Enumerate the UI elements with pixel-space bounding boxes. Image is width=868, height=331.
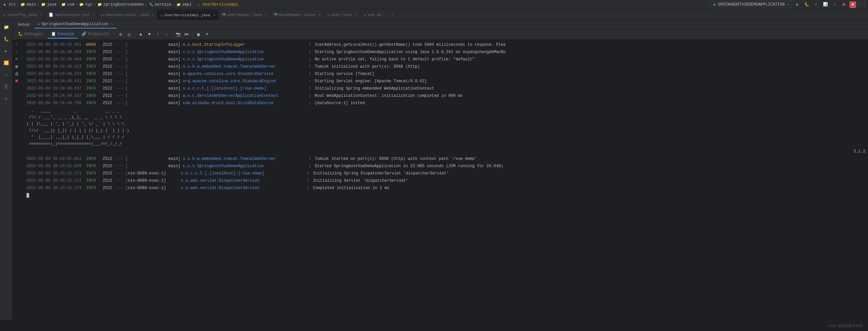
file-tabs-bar: ☕ IsConfig.java ✕ 📄 application.yml ✕ ☕ …: [0, 9, 868, 20]
tab-application-yml[interactable]: 📄 application.yml ✕: [45, 10, 98, 20]
step-down-1[interactable]: ↓: [13, 48, 20, 54]
close-basemapper[interactable]: ✕: [318, 12, 320, 17]
step-circle-1[interactable]: ◉: [13, 63, 20, 70]
logger-2[interactable]: c.o.s.SpringbootVueDemoApplication: [183, 49, 309, 55]
btn-settings[interactable]: ⚙: [117, 30, 125, 38]
sidebar-settings-icon[interactable]: ⚙: [2, 94, 11, 104]
breadcrumb-java[interactable]: 📁 java: [41, 2, 57, 7]
tab-usermapper[interactable]: 🗺 UserMapper.java ✕: [219, 10, 270, 20]
tab-console[interactable]: 📋 Console: [48, 30, 78, 38]
grid-button[interactable]: ⋮⋮: [858, 1, 865, 8]
logger-5[interactable]: o.apache.catalina.core.StandardService: [183, 71, 309, 77]
close-user[interactable]: ✕: [355, 12, 357, 17]
sidebar-debug-icon[interactable]: 🐛: [2, 34, 11, 44]
close-serviceimpl[interactable]: ✕: [213, 13, 215, 17]
basemapper-icon: 🗺: [274, 12, 277, 17]
logger-7[interactable]: o.a.c.c.C.[.[localhost].[/vue-demo]: [183, 85, 309, 92]
folder-icon-java: 📁: [41, 2, 46, 7]
run-config-arrow: ▾: [786, 2, 789, 7]
coverage-button[interactable]: ⚡: [812, 1, 819, 8]
console-output[interactable]: ↑ ↓ ≡ ◉ 🖨 ■ 2022-05-04 20:24:43.481 WARN…: [12, 40, 868, 320]
close-vuede[interactable]: ✕: [391, 12, 393, 17]
debug-label: Debug:: [15, 21, 34, 28]
breadcrumb-impl[interactable]: 📁 impl: [176, 2, 192, 7]
msg-11: Started SpringbootVueDemoApplication in …: [312, 163, 503, 169]
btn-scroll-up[interactable]: ▲: [137, 30, 145, 38]
tab-vuede[interactable]: ☕ vue_de... ✕: [361, 10, 397, 20]
profile-button[interactable]: 📊: [822, 1, 829, 8]
step-up-1[interactable]: ↑: [13, 40, 20, 47]
logger-9[interactable]: com.alibaba.druid.pool.DruidDataSource: [183, 100, 309, 107]
sidebar-database-icon[interactable]: 🗄: [2, 82, 11, 91]
run-button[interactable]: ▶: [794, 1, 801, 8]
msg-4: Tomcat initialized with port(s): 8888 (h…: [312, 63, 420, 70]
close-mapper[interactable]: ✕: [265, 12, 267, 17]
tab-endpoints[interactable]: 🔗 Endpoints: [78, 30, 113, 38]
btn-screenshot[interactable]: 📷: [174, 30, 182, 38]
sidebar-project-icon[interactable]: 📁: [2, 23, 11, 32]
btn-layout[interactable]: ◫: [125, 30, 133, 38]
breadcrumb-oyc[interactable]: 📁 oyc: [79, 2, 92, 7]
tab-debugger-label: Debugger: [25, 32, 44, 36]
sidebar-terminal-icon[interactable]: ⌨: [2, 70, 11, 80]
sidebar-run-icon[interactable]: ▶: [2, 47, 11, 56]
breadcrumb-service[interactable]: 🔧 service: [149, 2, 171, 7]
btn-scroll-down2[interactable]: ↓: [163, 30, 170, 38]
btn-step[interactable]: ⏭: [183, 30, 191, 38]
tab-debugger[interactable]: 🐛 Debugger: [14, 30, 47, 38]
debug-panel: Debug: ● SpringbootVueDemoApplication ✕ …: [12, 20, 868, 320]
cursor: [27, 193, 29, 198]
tab-user[interactable]: ☕ User.java ✕: [324, 10, 361, 20]
btn-scroll-down[interactable]: ▼: [146, 30, 153, 38]
settings-button[interactable]: ⚙: [831, 1, 838, 8]
ts-7: 2022-05-04 20:24:49.537: [27, 85, 86, 92]
close-controller[interactable]: ✕: [152, 12, 154, 17]
logger-11[interactable]: c.o.s.SpringbootVueDemoApplication: [183, 163, 309, 169]
thread-2: main]: [128, 49, 183, 55]
sep-4: --- [: [116, 63, 128, 70]
step-equal-1[interactable]: ≡: [13, 56, 20, 62]
main-area: 📁 🐛 ▶ 🔀 ⌨ 🗄 ⚙ Debug: ● SpringbootVueDemo…: [0, 20, 868, 320]
tab-basemapper[interactable]: 🗺 BaseMapper.class ✕: [270, 10, 324, 20]
close-yml[interactable]: ✕: [92, 12, 94, 17]
stop-app-button[interactable]: ■: [849, 1, 856, 8]
logger-8[interactable]: w.s.c.ServletWebServerApplicationContext: [183, 92, 309, 99]
colon-4: :: [309, 63, 311, 70]
btn-console2[interactable]: ▦: [194, 30, 203, 38]
debug-button[interactable]: 🐛: [803, 1, 810, 8]
colon-5: :: [309, 71, 311, 77]
step-printer[interactable]: 🖨: [13, 70, 20, 77]
breadcrumb-userserviceimpl[interactable]: ☕ UserServiceImpl: [196, 2, 238, 7]
breadcrumb-main[interactable]: 📁 main: [21, 2, 36, 7]
tab-usercontroller[interactable]: ☕ UserController.java ✕: [98, 10, 157, 20]
msg-10: Tomcat started on port(s): 8888 (http) w…: [312, 156, 477, 162]
breadcrumb-src[interactable]: ▶ src: [3, 2, 16, 7]
breadcrumb-service-label: service: [155, 2, 171, 7]
ts-10: 2022-05-04 20:24:51.011: [27, 156, 86, 162]
close-debug-tab[interactable]: ✕: [111, 22, 113, 26]
tab-userserviceimpl[interactable]: ☕ UserServiceImpl.java ✕: [157, 10, 219, 20]
logger-13[interactable]: o.s.web.servlet.DispatcherServlet: [181, 177, 307, 184]
sep-9: --- [: [116, 100, 128, 107]
logger-12[interactable]: o.a.c.c.C.[.[localhost].[/vue-demo]: [181, 170, 307, 177]
log-line-4: 2022-05-04 20:24:49.423 INFO 2522 --- [ …: [25, 63, 868, 70]
logger-14[interactable]: o.s.web.servlet.DispatcherServlet: [181, 185, 307, 191]
thread-6: main]: [128, 78, 183, 85]
tab-isconfig[interactable]: ☕ IsConfig.java ✕: [0, 10, 45, 20]
logger-3[interactable]: c.o.s.SpringbootVueDemoApplication: [183, 56, 309, 63]
btn-format[interactable]: ≡: [203, 30, 211, 38]
logger-10[interactable]: o.s.b.w.embedded.tomcat.TomcatWebServer: [183, 156, 309, 162]
logger-6[interactable]: org.apache.catalina.core.StandardEngine: [183, 78, 309, 85]
logger-1[interactable]: o.s.boot.StartupInfoLogger: [183, 42, 309, 48]
stop-button[interactable]: ■: [840, 1, 847, 8]
step-red-sq[interactable]: ■: [13, 78, 20, 84]
tab-springboot-app[interactable]: ● SpringbootVueDemoApplication ✕: [34, 21, 117, 29]
btn-scroll-up2[interactable]: ↑: [154, 30, 162, 38]
logger-4[interactable]: o.s.b.w.embedded.tomcat.TomcatWebServer: [183, 63, 309, 70]
breadcrumb-springbootvuedemo[interactable]: 📁 springbootvuedemo: [97, 2, 144, 7]
msg-2: Starting SpringbootVueDemoApplication us…: [312, 49, 505, 55]
close-isconfig[interactable]: ✕: [40, 12, 42, 17]
run-config-dropdown[interactable]: ● SPRINGBOOTVUEDEMOAPPLICATION ▾: [710, 1, 792, 8]
sidebar-git-icon[interactable]: 🔀: [2, 58, 11, 68]
breadcrumb-com[interactable]: 📁 com: [61, 2, 74, 7]
